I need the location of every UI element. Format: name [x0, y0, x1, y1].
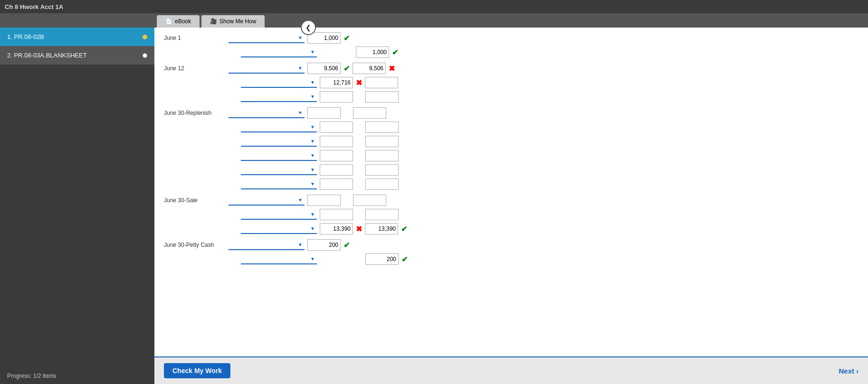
journal-row: ▼ ✔	[164, 253, 858, 265]
dropdown-arrow-icon: ▼	[310, 256, 315, 262]
credit-input[interactable]	[365, 209, 399, 220]
journal-row: ▼ ✔	[164, 47, 858, 58]
account-dropdown[interactable]: ▼	[241, 92, 317, 102]
journal-row: ▼	[164, 136, 858, 147]
credit-input[interactable]	[365, 77, 398, 88]
date-label-june12: June 12	[164, 65, 226, 72]
journal-section-june1: June 1 ▼ ✔ ▼ ✔	[164, 32, 858, 58]
video-icon: 🎥	[210, 18, 217, 25]
dropdown-arrow-icon: ▼	[298, 197, 303, 203]
account-dropdown[interactable]: ▼	[241, 136, 317, 147]
check-my-work-button[interactable]: Check My Work	[164, 363, 230, 378]
account-dropdown[interactable]: ▼	[241, 165, 317, 175]
dropdown-arrow-icon: ▼	[298, 110, 303, 115]
credit-input[interactable]	[365, 253, 399, 265]
journal-row: ▼	[164, 150, 858, 161]
status-dot-1	[143, 35, 147, 39]
credit-input[interactable]	[353, 195, 386, 206]
chevron-right-icon: ›	[856, 367, 858, 375]
debit-input[interactable]	[307, 107, 341, 119]
journal-section-june12: June 12 ▼ ✔ ✖ ▼ ✖	[164, 63, 858, 103]
debit-input[interactable]	[307, 195, 341, 206]
debit-input[interactable]	[320, 178, 353, 190]
account-dropdown[interactable]: ▼	[241, 254, 317, 264]
journal-row: ▼	[164, 164, 858, 176]
tab-show-me-how-label: Show Me How	[219, 18, 256, 25]
check-icon: ✔	[392, 48, 398, 57]
debit-input[interactable]	[307, 63, 341, 74]
debit-input[interactable]	[320, 77, 353, 88]
main-layout: 1. PR.08-02B 2. PR.08-03A.BLANKSHEET Pro…	[0, 28, 868, 384]
dropdown-arrow-icon: ▼	[310, 167, 315, 172]
status-dot-2	[143, 53, 147, 58]
account-dropdown[interactable]: ▼	[241, 47, 317, 57]
account-dropdown[interactable]: ▼	[229, 195, 305, 206]
dropdown-arrow-icon: ▼	[298, 242, 303, 247]
credit-input[interactable]	[365, 178, 399, 190]
debit-input[interactable]	[307, 239, 341, 251]
account-dropdown[interactable]: ▼	[241, 224, 317, 234]
debit-input[interactable]	[307, 32, 341, 44]
credit-input[interactable]	[356, 47, 389, 58]
debit-input[interactable]	[320, 91, 353, 103]
next-button[interactable]: Next ›	[839, 367, 858, 375]
check-icon: ✔	[343, 241, 350, 250]
date-label-june30-petty-cash: June 30-Petty Cash	[164, 242, 226, 248]
dropdown-arrow-icon: ▼	[298, 35, 303, 40]
credit-input[interactable]	[365, 150, 399, 161]
account-dropdown[interactable]: ▼	[229, 108, 305, 118]
dropdown-arrow-icon: ▼	[310, 181, 315, 187]
journal-row: June 30-Petty Cash ▼ ✔	[164, 239, 858, 251]
account-dropdown[interactable]: ▼	[241, 150, 317, 161]
date-label-june30-replenish: June 30-Replenish	[164, 110, 226, 116]
dropdown-arrow-icon: ▼	[310, 124, 315, 130]
account-dropdown[interactable]: ▼	[229, 240, 305, 250]
dropdown-arrow-icon: ▼	[310, 139, 315, 144]
content-area: June 1 ▼ ✔ ▼ ✔	[154, 28, 868, 384]
tab-ebook[interactable]: 📄 eBook	[157, 15, 200, 28]
dropdown-arrow-icon: ▼	[310, 212, 315, 217]
credit-input[interactable]	[353, 107, 386, 119]
top-bar: Ch 8 Hwork Acct 1A	[0, 0, 868, 13]
sidebar-item-pr-08-03a[interactable]: 2. PR.08-03A.BLANKSHEET	[0, 46, 154, 65]
sidebar-item-label-2: 2. PR.08-03A.BLANKSHEET	[7, 52, 87, 59]
account-dropdown[interactable]: ▼	[229, 33, 305, 43]
journal-row: ▼	[164, 178, 858, 190]
cross-icon: ✖	[389, 64, 395, 73]
credit-input[interactable]	[365, 223, 398, 234]
progress-label: Progress: 1/2 items	[7, 373, 56, 379]
journal-row: ▼	[164, 209, 858, 220]
account-dropdown[interactable]: ▼	[241, 179, 317, 189]
tab-show-me-how[interactable]: 🎥 Show Me How	[201, 15, 265, 28]
dropdown-arrow-icon: ▼	[310, 49, 315, 55]
chevron-left-icon: ❮	[305, 24, 311, 31]
journal-row: ▼ ✖ ✔	[164, 223, 858, 234]
account-dropdown[interactable]: ▼	[241, 122, 317, 132]
debit-input[interactable]	[320, 164, 353, 176]
app-title: Ch 8 Hwork Acct 1A	[5, 3, 63, 10]
date-label-june30-sale: June 30-Sale	[164, 197, 226, 204]
sidebar-item-pr-08-02b[interactable]: 1. PR.08-02B	[0, 28, 154, 46]
journal-row: June 1 ▼ ✔	[164, 32, 858, 44]
debit-input[interactable]	[320, 209, 353, 220]
credit-input[interactable]	[365, 136, 399, 147]
credit-input[interactable]	[365, 91, 399, 103]
debit-input[interactable]	[320, 223, 353, 234]
dropdown-arrow-icon: ▼	[310, 226, 315, 231]
account-dropdown[interactable]: ▼	[241, 77, 317, 88]
credit-input[interactable]	[353, 63, 386, 74]
journal-row: June 30-Sale ▼	[164, 195, 858, 206]
account-dropdown[interactable]: ▼	[241, 209, 317, 220]
credit-input[interactable]	[365, 164, 399, 176]
journal-section-june30-sale: June 30-Sale ▼ ▼	[164, 195, 858, 234]
debit-input[interactable]	[320, 136, 353, 147]
journal-scroll-area[interactable]: June 1 ▼ ✔ ▼ ✔	[154, 28, 868, 356]
debit-input[interactable]	[320, 122, 353, 133]
journal-row: ▼	[164, 122, 858, 133]
debit-input[interactable]	[320, 150, 353, 161]
journal-section-june30-replenish: June 30-Replenish ▼ ▼	[164, 107, 858, 190]
journal-row: June 12 ▼ ✔ ✖	[164, 63, 858, 74]
collapse-sidebar-button[interactable]: ❮	[301, 20, 316, 35]
credit-input[interactable]	[365, 122, 399, 133]
account-dropdown[interactable]: ▼	[229, 63, 305, 74]
